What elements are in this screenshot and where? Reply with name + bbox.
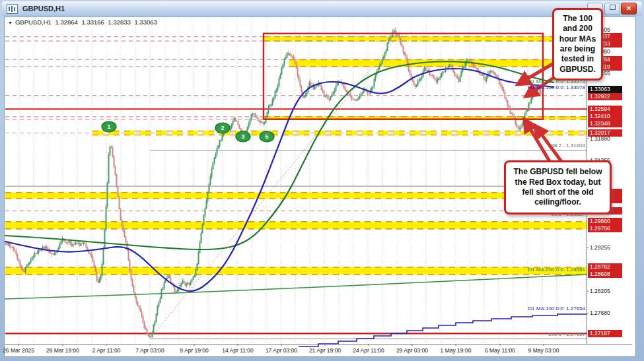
quote-high: 1.33166 bbox=[81, 18, 104, 26]
price-tick-label: 1.27680 bbox=[590, 310, 629, 316]
yellow-band[interactable] bbox=[264, 37, 587, 42]
yellow-band[interactable] bbox=[5, 222, 587, 229]
time-tick-label: 7 Apr 03:00 bbox=[135, 347, 164, 354]
yellow-band[interactable] bbox=[5, 193, 587, 199]
price-level-badge: 1.28782 bbox=[588, 263, 622, 271]
time-tick-label: 28 Mar 19:00 bbox=[46, 347, 79, 354]
time-tick-label: 6 May 11:00 bbox=[485, 347, 515, 354]
time-tick-label: 14 Apr 11:00 bbox=[222, 347, 254, 354]
time-tick-label: 17 Apr 03:00 bbox=[266, 347, 297, 354]
sequence-marker-3[interactable]: 3 bbox=[236, 131, 250, 142]
quote-bar[interactable]: ▼GBPUSD,H1 1.32864 1.33166 1.32833 1.330… bbox=[8, 18, 159, 26]
price-tick-label: 1.28205 bbox=[590, 288, 629, 294]
time-tick-label: 29 Apr 03:00 bbox=[396, 347, 428, 354]
svg-text:5: 5 bbox=[265, 133, 269, 140]
ma-line-d1_200[interactable] bbox=[5, 275, 587, 299]
chevron-down-icon[interactable]: ▼ bbox=[8, 20, 13, 25]
price-level-badge: 1.32410 bbox=[588, 113, 622, 120]
price-tick-label: 1.29255 bbox=[590, 244, 629, 251]
quote-low: 1.32833 bbox=[108, 18, 130, 26]
price-level-badge: 1.29880 bbox=[588, 218, 622, 225]
price-level-badge: 1.32017 bbox=[588, 129, 622, 137]
current-price-badge: 1.33063 bbox=[588, 86, 622, 93]
svg-text:3: 3 bbox=[241, 133, 244, 140]
annotation-ma-test-text: The 100 and 200 hour MAs are being teste… bbox=[557, 14, 598, 75]
time-tick-label: 9 Apr 19:00 bbox=[180, 347, 208, 354]
quote-open: 1.32864 bbox=[55, 18, 77, 26]
sequence-marker-5[interactable]: 5 bbox=[260, 131, 274, 142]
fib-100-label: 100.0 - 1.27057 bbox=[548, 331, 585, 337]
price-level-badge: 1.32594 bbox=[588, 106, 622, 113]
sequence-marker-2[interactable]: 2 bbox=[215, 123, 230, 133]
time-tick-label: 24 Apr 11:00 bbox=[353, 347, 384, 354]
price-level-badge: 1.29706 bbox=[588, 225, 622, 232]
time-tick-label: 1 May 19:00 bbox=[441, 347, 472, 354]
axis-tick-marks bbox=[18, 30, 589, 346]
annotation-red-box-text: The GBPUSD fell below the Red Box today,… bbox=[510, 167, 606, 207]
quote-symbol: GBPUSD,H1 bbox=[15, 18, 52, 26]
moving-averages bbox=[5, 61, 587, 346]
ma-d1-200-label: D1 MA:200:0:0: 1.28581 bbox=[528, 267, 585, 273]
yellow-band[interactable] bbox=[289, 59, 587, 66]
time-tick-label: 9 May 03:00 bbox=[528, 347, 559, 354]
quote-close: 1.33063 bbox=[134, 18, 157, 26]
time-tick-label: 2 Apr 11:00 bbox=[92, 347, 121, 354]
price-level-badge: 1.32348 bbox=[588, 120, 622, 127]
annotation-ma-test[interactable]: The 100 and 200 hour MAs are being teste… bbox=[552, 8, 603, 81]
annotation-red-box[interactable]: The GBPUSD fell below the Red Box today,… bbox=[504, 160, 612, 214]
ma-h1-100-label: H1 MA:100:0:0: 1.33078 bbox=[528, 84, 585, 90]
price-level-badge: 1.28608 bbox=[588, 271, 622, 278]
ma-line-d1_100[interactable] bbox=[299, 314, 587, 346]
yellow-band[interactable] bbox=[5, 267, 587, 275]
time-tick-label: 21 Apr 19:00 bbox=[309, 347, 341, 354]
price-level-badge: 1.27187 bbox=[588, 330, 622, 337]
fib-382-label: 38.2 - 1.31603 bbox=[551, 143, 585, 148]
svg-text:2: 2 bbox=[221, 124, 224, 131]
svg-text:1: 1 bbox=[107, 123, 111, 130]
support-resistance-bands bbox=[5, 37, 587, 275]
time-tick-label: 26 Mar 2025 bbox=[3, 347, 34, 354]
ma-d1-100-label: D1 MA:100:0:0: 1.27654 bbox=[528, 306, 585, 312]
sequence-marker-1[interactable]: 1 bbox=[102, 121, 116, 132]
price-level-badge: 1.32922 bbox=[588, 93, 622, 100]
ma-line-h1_100[interactable] bbox=[5, 69, 554, 291]
candles bbox=[6, 28, 541, 338]
